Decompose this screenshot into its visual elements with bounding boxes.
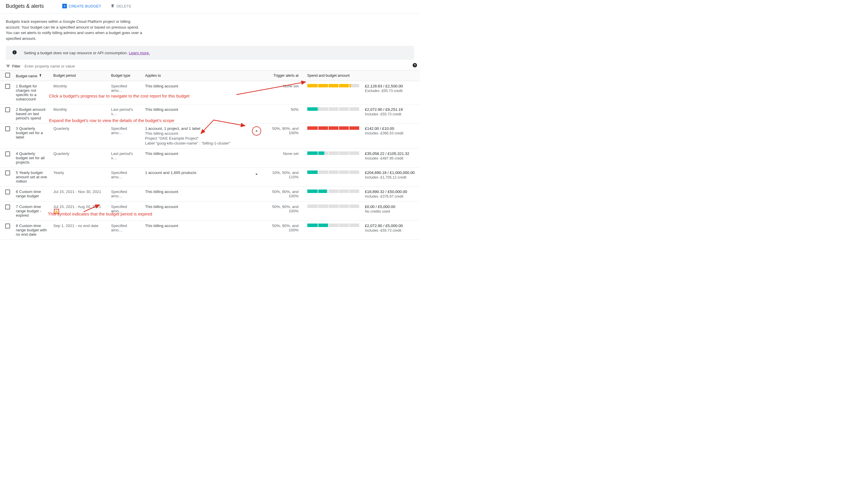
delete-label: Delete [117, 4, 131, 8]
collapse-button[interactable] [252, 126, 261, 136]
row-checkbox[interactable] [5, 224, 10, 228]
svg-rect-5 [56, 211, 57, 212]
row-checkbox[interactable] [5, 205, 10, 209]
budget-name[interactable]: 5 Yearly budget amount set at one millio… [13, 168, 50, 187]
trigger-alerts: None set [264, 149, 304, 168]
progress-bar[interactable] [307, 205, 359, 208]
plus-icon [62, 4, 67, 8]
spend-amount: £2,128.63 / £2,500.00Excludes -£55.73 cr… [362, 81, 420, 104]
budget-name[interactable]: 7 Custom time range budget - expired [13, 202, 50, 221]
progress-bar[interactable] [307, 107, 359, 111]
progress-bar[interactable] [307, 170, 359, 174]
budget-type: Specified amo… [108, 221, 142, 240]
table-row: 1 Budget for charges not specific to a s… [0, 81, 420, 104]
budget-period: Monthly [50, 104, 108, 123]
intro-text: Budgets track expenses within a Google C… [0, 14, 150, 41]
row-checkbox[interactable] [5, 170, 10, 175]
progress-bar[interactable] [307, 84, 359, 87]
page-title: Budgets & alerts [6, 3, 44, 9]
budget-type: Specified amo… [108, 123, 142, 149]
expand-button[interactable] [253, 170, 260, 178]
filter-input[interactable] [24, 64, 414, 68]
budget-type: Specified amo… [108, 81, 142, 104]
svg-text:?: ? [414, 64, 416, 67]
col-type[interactable]: Budget type [108, 70, 142, 81]
learn-more-link[interactable]: Learn more. [129, 51, 150, 55]
budget-name[interactable]: 2 Budget amount based on last period's s… [13, 104, 50, 123]
chevron-down-icon [254, 172, 259, 177]
filter-label: Filter [6, 64, 20, 68]
info-icon [12, 50, 17, 56]
table-row: 5 Yearly budget amount set at one millio… [0, 168, 420, 187]
trigger-alerts: 50%, 90%, and 100% [264, 123, 304, 149]
table-row: 3 Quarterly budget set for a labelQuarte… [0, 123, 420, 149]
applies-to: 1 account and 1,685 products [142, 168, 249, 187]
budget-period: Quarterly [50, 149, 108, 168]
filter-icon [6, 64, 11, 68]
create-budget-label: Create budget [69, 4, 101, 8]
svg-rect-6 [56, 212, 57, 212]
col-spend[interactable]: Spend and budget amount [304, 70, 362, 81]
budget-period: Quarterly [50, 123, 108, 149]
col-period[interactable]: Budget period [50, 70, 108, 81]
budget-period: Sep 1, 2021 - no end date [50, 221, 108, 240]
applies-to: 1 account, 1 project, and 1 labelThis bi… [142, 123, 249, 149]
table-row: 7 Custom time range budget - expiredJul … [0, 202, 420, 221]
col-name[interactable]: Budget name [16, 74, 37, 78]
applies-to: This billing account [142, 221, 249, 240]
budgets-table: Budget name Budget period Budget type Ap… [0, 70, 420, 240]
applies-to: This billing account [142, 104, 249, 123]
row-checkbox[interactable] [5, 107, 10, 112]
applies-to: This billing account [142, 202, 249, 221]
svg-rect-2 [14, 51, 15, 52]
spend-amount: £204,690.18 / £1,000,000.00Includes -£1,… [362, 168, 420, 187]
spend-amount: £142.00 / £10.00Includes -£365.53 credit [362, 123, 420, 149]
budget-name[interactable]: 6 Custom time range budget [13, 187, 50, 202]
info-text: Setting a budget does not cap resource o… [24, 51, 129, 55]
budget-period: Jul 15, 2021 - Nov 30, 2021 [50, 187, 108, 202]
delete-button[interactable]: Delete [108, 2, 134, 11]
table-row: 6 Custom time range budgetJul 15, 2021 -… [0, 187, 420, 202]
sort-arrow-up-icon[interactable] [38, 74, 42, 78]
progress-bar[interactable] [307, 126, 359, 130]
spend-amount: £0.00 / £5,000.00No credits used [362, 202, 420, 221]
budget-type: Last period's s… [108, 149, 142, 168]
spend-amount: £35,058.22 / £105,321.32Includes -£487.9… [362, 149, 420, 168]
col-trigger[interactable]: Trigger alerts at [264, 70, 304, 81]
filter-label-text: Filter [12, 64, 20, 68]
table-row: 2 Budget amount based on last period's s… [0, 104, 420, 123]
budget-name[interactable]: 8 Custom time range budget with no end d… [13, 221, 50, 240]
col-applies[interactable]: Applies to [142, 70, 249, 81]
budget-type: Specified amo… [108, 168, 142, 187]
trigger-alerts: 10%, 50%, and 110% [264, 168, 304, 187]
row-checkbox[interactable] [5, 84, 10, 89]
info-banner: Setting a budget does not cap resource o… [6, 46, 414, 60]
applies-to: This billing account [142, 187, 249, 202]
progress-bar[interactable] [307, 151, 359, 155]
row-checkbox[interactable] [5, 126, 10, 131]
expired-warning-icon [54, 209, 59, 214]
budget-type: Last period's s… [108, 104, 142, 123]
chevron-up-icon [254, 129, 259, 134]
table-row: 8 Custom time range budget with no end d… [0, 221, 420, 240]
budget-period: Yearly [50, 168, 108, 187]
trash-icon [110, 3, 115, 8]
create-budget-button[interactable]: Create budget [60, 2, 104, 10]
trigger-alerts: None set [264, 81, 304, 104]
select-all-checkbox[interactable] [5, 73, 10, 78]
help-icon[interactable]: ? [412, 63, 418, 69]
trigger-alerts: 50%, 90%, and 100% [264, 187, 304, 202]
row-checkbox[interactable] [5, 151, 10, 156]
trigger-alerts: 50%, 90%, and 100% [264, 221, 304, 240]
budget-name[interactable]: 3 Quarterly budget set for a label [13, 123, 50, 149]
table-row: 4 Quarterly budget set for all projectsQ… [0, 149, 420, 168]
trigger-alerts: 50%, 90%, and 100% [264, 202, 304, 221]
row-checkbox[interactable] [5, 189, 10, 194]
svg-rect-1 [14, 52, 15, 53]
progress-bar[interactable] [307, 189, 359, 193]
progress-bar[interactable] [307, 224, 359, 227]
budget-name[interactable]: 1 Budget for charges not specific to a s… [13, 81, 50, 104]
budget-period: Monthly [50, 81, 108, 104]
trigger-alerts: 50% [264, 104, 304, 123]
budget-name[interactable]: 4 Quarterly budget set for all projects [13, 149, 50, 168]
